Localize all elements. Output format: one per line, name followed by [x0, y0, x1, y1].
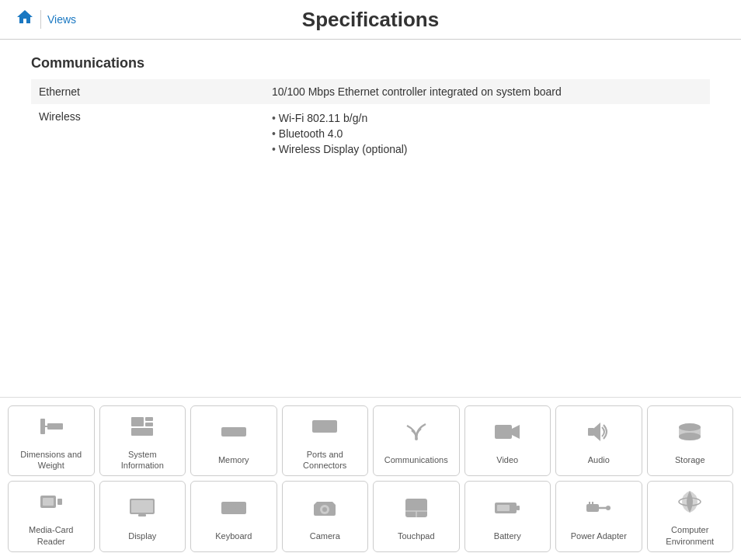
- specs-table: Ethernet10/100 Mbps Ethernet controller …: [31, 79, 710, 163]
- list-item: Wireless Display (optional): [272, 141, 702, 157]
- list-item: Bluetooth 4.0: [272, 126, 702, 141]
- home-icon: [16, 8, 34, 26]
- spec-label: Ethernet: [31, 79, 264, 104]
- spec-label: Wireless: [31, 104, 264, 163]
- spec-value: 10/100 Mbps Ethernet controller integrat…: [264, 79, 710, 104]
- header-divider: [40, 10, 41, 29]
- home-button[interactable]: [16, 8, 34, 31]
- header: Views Specifications: [0, 0, 741, 40]
- page-title: Specifications: [302, 8, 439, 32]
- list-item: Wi-Fi 802.11 b/g/n: [272, 110, 702, 126]
- spec-value: Wi-Fi 802.11 b/g/nBluetooth 4.0Wireless …: [264, 104, 710, 163]
- views-link[interactable]: Views: [47, 13, 76, 26]
- main-content: Communications Ethernet10/100 Mbps Ether…: [0, 40, 741, 179]
- header-nav: Views: [16, 8, 76, 31]
- section-title: Communications: [31, 55, 710, 71]
